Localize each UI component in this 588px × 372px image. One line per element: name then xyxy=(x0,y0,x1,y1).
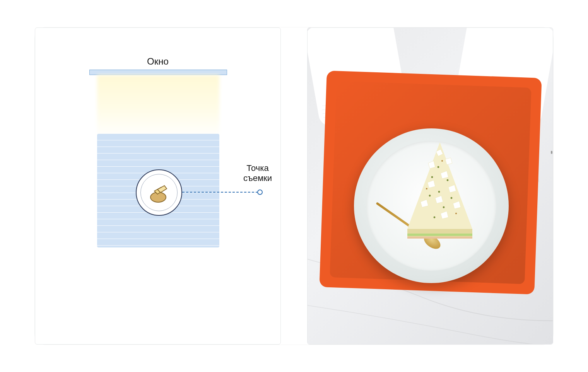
camera-label: Точка съемки xyxy=(234,163,281,184)
svg-point-22 xyxy=(434,217,436,218)
scrollbar-thumb[interactable] xyxy=(551,151,552,154)
svg-point-21 xyxy=(443,206,445,208)
camera-point-icon xyxy=(257,189,263,195)
camera-label-line2: съемки xyxy=(243,173,272,183)
svg-point-17 xyxy=(447,179,449,181)
example-photo-panel xyxy=(307,27,553,345)
svg-rect-4 xyxy=(407,237,472,239)
example-photo xyxy=(308,28,553,344)
food-icon xyxy=(147,179,171,204)
light-area-icon xyxy=(97,75,219,139)
svg-point-18 xyxy=(438,191,440,193)
svg-point-15 xyxy=(438,166,439,168)
svg-point-19 xyxy=(451,197,453,199)
comparison-frame: Окно Точка съемки xyxy=(35,27,553,345)
window-icon xyxy=(89,70,227,75)
camera-line-icon xyxy=(182,192,258,193)
lighting-diagram: Окно Точка съемки xyxy=(35,28,280,344)
window-label: Окно xyxy=(35,56,280,67)
cake-slice-icon xyxy=(405,140,475,241)
svg-point-24 xyxy=(426,188,427,189)
diagram-panel: Окно Точка съемки xyxy=(35,27,281,345)
svg-point-23 xyxy=(441,160,443,162)
svg-point-20 xyxy=(429,195,431,197)
svg-rect-3 xyxy=(407,234,472,236)
svg-point-25 xyxy=(455,213,457,214)
camera-label-line1: Точка xyxy=(246,163,268,173)
svg-point-16 xyxy=(431,176,433,178)
